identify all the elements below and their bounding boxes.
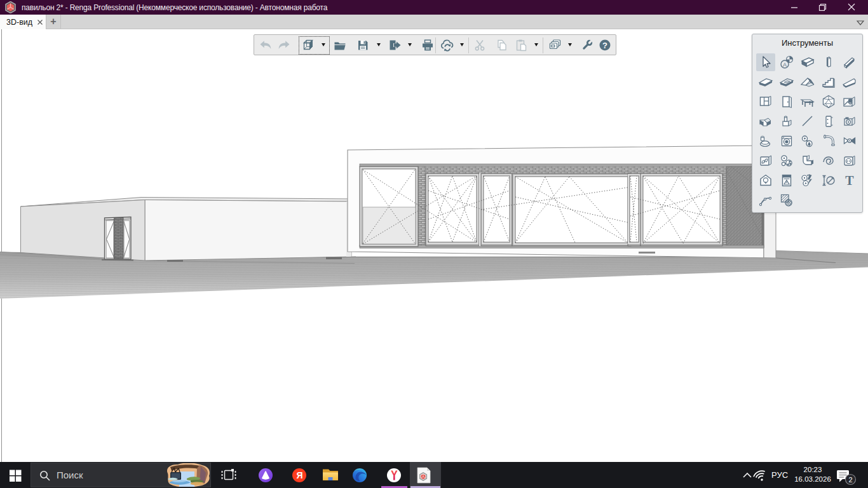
svg-text:A: A — [783, 62, 787, 68]
svg-text:T: T — [845, 173, 854, 187]
svg-text:2: 2 — [848, 476, 852, 484]
svg-text:Я: Я — [296, 470, 302, 480]
svg-text:?: ? — [602, 41, 607, 50]
